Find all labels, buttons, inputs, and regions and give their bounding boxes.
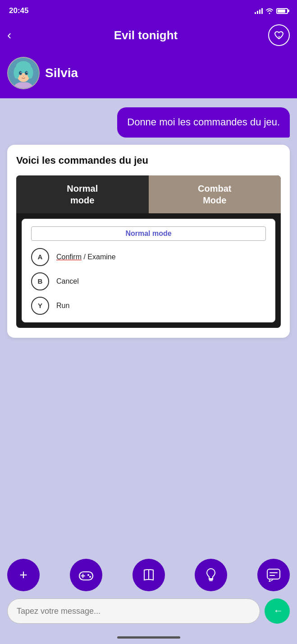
command-row-y: Y Run bbox=[31, 297, 266, 315]
home-bar bbox=[117, 636, 180, 639]
home-indicator bbox=[0, 633, 297, 644]
svg-point-9 bbox=[26, 72, 27, 74]
add-button[interactable]: + bbox=[7, 559, 40, 591]
tab-normal-mode[interactable]: Normalmode bbox=[16, 175, 149, 213]
character-row: Silvia bbox=[0, 53, 297, 98]
user-message: Donne moi les commandes du jeu. bbox=[117, 107, 290, 138]
input-area: ↑ bbox=[0, 595, 297, 633]
svg-point-11 bbox=[27, 72, 27, 73]
ai-card-title: Voici les commandes du jeu bbox=[16, 155, 281, 166]
battery-icon bbox=[276, 8, 288, 14]
character-name: Silvia bbox=[45, 66, 78, 80]
game-button[interactable] bbox=[70, 559, 102, 591]
gamepad-icon bbox=[78, 569, 94, 581]
svg-point-12 bbox=[23, 76, 24, 77]
book-button[interactable] bbox=[133, 559, 165, 591]
command-a-label: Confirm / Examine bbox=[56, 253, 116, 261]
command-b-label: Cancel bbox=[56, 277, 79, 285]
heart-icon-button[interactable]: 2 bbox=[268, 24, 290, 46]
ai-response-card: Voici les commandes du jeu Normalmode Co… bbox=[7, 145, 290, 338]
chat-icon bbox=[266, 568, 281, 582]
status-time: 20:45 bbox=[9, 6, 28, 15]
chat-button[interactable] bbox=[257, 559, 290, 591]
book-icon bbox=[142, 568, 155, 582]
command-row-b: B Cancel bbox=[31, 272, 266, 290]
send-button[interactable]: ↑ bbox=[265, 598, 290, 624]
svg-point-8 bbox=[20, 72, 22, 74]
svg-rect-21 bbox=[267, 569, 280, 579]
button-b: B bbox=[31, 272, 49, 290]
game-commands: Normalmode CombatMode Normal mode A Conf… bbox=[16, 175, 281, 328]
header-title: Evil tonight bbox=[23, 28, 268, 42]
button-y: Y bbox=[31, 297, 49, 315]
signal-icon bbox=[255, 8, 263, 14]
lightbulb-icon bbox=[205, 568, 217, 582]
chat-area: Donne moi les commandes du jeu. Voici le… bbox=[0, 98, 297, 553]
status-icons bbox=[255, 8, 288, 14]
avatar bbox=[7, 57, 40, 89]
tab-combat-mode[interactable]: CombatMode bbox=[149, 175, 281, 213]
panel-title: Normal mode bbox=[31, 226, 266, 241]
lightbulb-button[interactable] bbox=[195, 559, 227, 591]
message-input[interactable] bbox=[7, 598, 260, 624]
wifi-icon bbox=[265, 8, 274, 14]
heart-icon: 2 bbox=[273, 29, 285, 41]
avatar-image bbox=[8, 57, 39, 89]
button-a: A bbox=[31, 248, 49, 266]
send-arrow-icon: ↑ bbox=[271, 609, 283, 614]
commands-panel: Normal mode A Confirm / Examine B Cancel… bbox=[22, 219, 275, 322]
svg-point-4 bbox=[14, 67, 19, 78]
svg-text:2: 2 bbox=[278, 35, 280, 39]
svg-point-16 bbox=[87, 574, 89, 576]
command-row-a: A Confirm / Examine bbox=[31, 248, 266, 266]
status-bar: 20:45 bbox=[0, 0, 297, 20]
back-button[interactable]: ‹ bbox=[7, 28, 23, 42]
svg-point-17 bbox=[89, 576, 91, 578]
command-y-label: Run bbox=[56, 302, 69, 310]
bottom-toolbar: + bbox=[0, 553, 297, 595]
mode-tabs: Normalmode CombatMode bbox=[16, 175, 281, 213]
header: ‹ Evil tonight 2 bbox=[0, 20, 297, 53]
svg-point-10 bbox=[20, 72, 21, 73]
svg-point-5 bbox=[27, 67, 33, 78]
